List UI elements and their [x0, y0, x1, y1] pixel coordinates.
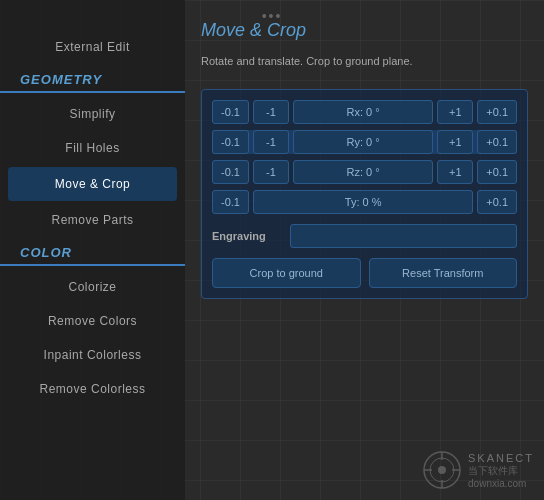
action-buttons: Crop to ground Reset Transform [212, 258, 517, 288]
sidebar-item-remove-parts[interactable]: Remove Parts [0, 203, 185, 237]
rx-row: -0.1 -1 Rx: 0 ° +1 +0.1 [212, 100, 517, 124]
ty-plus-01-button[interactable]: +0.1 [477, 190, 517, 214]
control-panel: -0.1 -1 Rx: 0 ° +1 +0.1 -0.1 -1 Ry: 0 ° … [201, 89, 528, 299]
ty-minus-01-button[interactable]: -0.1 [212, 190, 249, 214]
rx-plus-1-button[interactable]: +1 [437, 100, 473, 124]
brand-cn: 当下软件库 [468, 464, 534, 478]
brand-skanect: SKANECT [468, 452, 534, 464]
engraving-label: Engraving [212, 230, 282, 242]
engraving-input[interactable] [290, 224, 517, 248]
rx-plus-01-button[interactable]: +0.1 [477, 100, 517, 124]
panel-subtitle: Rotate and translate. Crop to ground pla… [201, 55, 528, 67]
sidebar: External Edit Geometry Simplify Fill Hol… [0, 0, 185, 500]
app-layout: ••• External Edit Geometry Simplify Fill… [0, 0, 544, 500]
rz-row: -0.1 -1 Rz: 0 ° +1 +0.1 [212, 160, 517, 184]
panel-title: Move & Crop [201, 20, 528, 41]
sidebar-section-color: Color [0, 237, 185, 266]
ry-plus-01-button[interactable]: +0.1 [477, 130, 517, 154]
main-content: Move & Crop Rotate and translate. Crop t… [185, 0, 544, 500]
ty-label: Ty: 0 % [253, 190, 473, 214]
ry-row: -0.1 -1 Ry: 0 ° +1 +0.1 [212, 130, 517, 154]
rz-plus-1-button[interactable]: +1 [437, 160, 473, 184]
sidebar-item-fill-holes[interactable]: Fill Holes [0, 131, 185, 165]
ry-minus-1-button[interactable]: -1 [253, 130, 289, 154]
rz-plus-01-button[interactable]: +0.1 [477, 160, 517, 184]
rz-label: Rz: 0 ° [293, 160, 433, 184]
sidebar-item-move-crop[interactable]: Move & Crop [8, 167, 177, 201]
watermark: SKANECT 当下软件库 downxia.com [422, 450, 534, 490]
sidebar-item-external-edit[interactable]: External Edit [0, 30, 185, 64]
svg-point-2 [438, 466, 446, 474]
sidebar-item-simplify[interactable]: Simplify [0, 97, 185, 131]
brand-url: downxia.com [468, 478, 534, 489]
ry-label: Ry: 0 ° [293, 130, 433, 154]
rx-minus-01-button[interactable]: -0.1 [212, 100, 249, 124]
ry-minus-01-button[interactable]: -0.1 [212, 130, 249, 154]
sidebar-item-remove-colorless[interactable]: Remove Colorless [0, 372, 185, 406]
crop-to-ground-button[interactable]: Crop to ground [212, 258, 361, 288]
rz-minus-01-button[interactable]: -0.1 [212, 160, 249, 184]
ry-plus-1-button[interactable]: +1 [437, 130, 473, 154]
engraving-row: Engraving [212, 224, 517, 248]
top-dots: ••• [262, 8, 283, 24]
rz-minus-1-button[interactable]: -1 [253, 160, 289, 184]
rx-label: Rx: 0 ° [293, 100, 433, 124]
skanect-logo-icon [422, 450, 462, 490]
reset-transform-button[interactable]: Reset Transform [369, 258, 518, 288]
sidebar-item-inpaint-colorless[interactable]: Inpaint Colorless [0, 338, 185, 372]
ty-row: -0.1 Ty: 0 % +0.1 [212, 190, 517, 214]
sidebar-item-remove-colors[interactable]: Remove Colors [0, 304, 185, 338]
rx-minus-1-button[interactable]: -1 [253, 100, 289, 124]
watermark-text: SKANECT 当下软件库 downxia.com [468, 452, 534, 489]
sidebar-section-geometry: Geometry [0, 64, 185, 93]
sidebar-item-colorize[interactable]: Colorize [0, 270, 185, 304]
